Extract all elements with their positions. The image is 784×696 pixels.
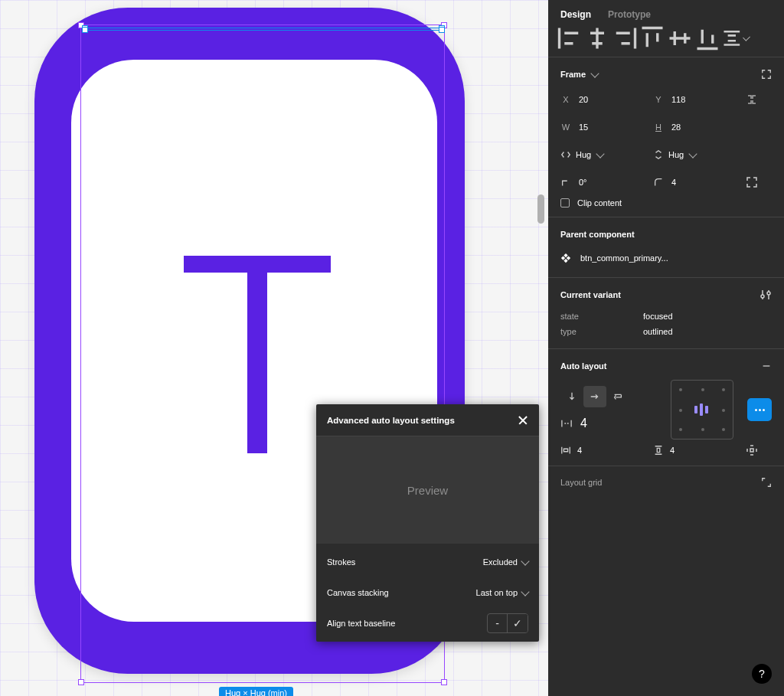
remove-autolayout-icon[interactable] bbox=[761, 361, 772, 371]
resize-handle-br[interactable] bbox=[439, 27, 445, 33]
autolayout-more-button[interactable] bbox=[747, 398, 772, 421]
baseline-toggle[interactable]: - ✓ bbox=[487, 613, 528, 633]
frame-target-icon[interactable] bbox=[746, 88, 772, 111]
x-field[interactable]: X20 bbox=[560, 88, 645, 111]
layout-grid-title: Layout grid bbox=[560, 478, 602, 487]
align-bottom-icon[interactable] bbox=[694, 29, 721, 47]
height-sizing[interactable]: Hug bbox=[653, 143, 738, 166]
chevron-down-icon bbox=[689, 149, 697, 158]
strokes-value: Excluded bbox=[483, 557, 518, 567]
popup-title: Advanced auto layout settings bbox=[327, 416, 455, 425]
variant-section: Current variant statefocused typeoutline… bbox=[548, 278, 784, 349]
variant-title: Current variant bbox=[560, 290, 621, 299]
corner-radius-field[interactable]: 4 bbox=[653, 171, 738, 194]
component-icon bbox=[560, 253, 571, 263]
alignment-toolbar bbox=[548, 23, 784, 57]
popup-preview: Preview bbox=[316, 436, 539, 544]
design-panel: Design Prototype Frame X20 Y118 W15 H28 bbox=[548, 0, 784, 696]
distribute-icon[interactable] bbox=[721, 29, 749, 47]
parent-component-link[interactable]: btn_common_primary... bbox=[560, 248, 772, 268]
resize-handle-bl[interactable] bbox=[82, 27, 88, 33]
parent-title: Parent component bbox=[560, 230, 635, 239]
height-field[interactable]: H28 bbox=[653, 116, 738, 139]
advanced-autolayout-popup: Advanced auto layout settings Preview St… bbox=[316, 404, 539, 642]
alignment-grid[interactable] bbox=[671, 380, 733, 439]
variant-type[interactable]: typeoutlined bbox=[560, 324, 772, 339]
resize-to-fit-icon[interactable] bbox=[761, 69, 772, 80]
stacking-label: Canvas stacking bbox=[327, 588, 389, 597]
align-top-icon[interactable] bbox=[639, 29, 666, 47]
canvas-scrollbar-thumb[interactable] bbox=[537, 194, 544, 224]
baseline-off[interactable]: - bbox=[488, 614, 508, 632]
variant-state[interactable]: statefocused bbox=[560, 309, 772, 324]
y-field[interactable]: Y118 bbox=[653, 88, 738, 111]
svg-point-0 bbox=[761, 295, 764, 298]
independent-corners-icon[interactable] bbox=[746, 171, 772, 194]
selection-box[interactable] bbox=[84, 28, 443, 31]
chevron-down-icon bbox=[521, 557, 529, 565]
tab-prototype[interactable]: Prototype bbox=[608, 9, 651, 20]
gap-field[interactable]: 4 bbox=[560, 413, 632, 433]
padding-horizontal-field[interactable]: 4 bbox=[560, 445, 647, 456]
frame-title[interactable]: Frame bbox=[560, 70, 586, 79]
chevron-down-icon[interactable] bbox=[590, 69, 599, 77]
chevron-down-icon bbox=[596, 149, 605, 158]
alignment-preview-icon bbox=[694, 404, 708, 416]
independent-padding-icon[interactable] bbox=[746, 444, 772, 456]
tab-design[interactable]: Design bbox=[560, 9, 591, 20]
selection-size-pill: Hug × Hug (min) bbox=[219, 687, 293, 696]
stacking-row[interactable]: Canvas stacking Last on top bbox=[327, 577, 528, 608]
align-left-icon[interactable] bbox=[556, 29, 583, 47]
baseline-on[interactable]: ✓ bbox=[508, 614, 528, 632]
parent-name: btn_common_primary... bbox=[580, 253, 668, 263]
clip-content-checkbox[interactable]: Clip content bbox=[560, 198, 772, 207]
width-sizing[interactable]: Hug bbox=[560, 143, 645, 166]
baseline-label: Align text baseline bbox=[327, 619, 395, 628]
panel-tabs: Design Prototype bbox=[548, 0, 784, 23]
layout-grid-section[interactable]: Layout grid bbox=[548, 466, 784, 498]
padding-vertical-field[interactable]: 4 bbox=[653, 445, 740, 456]
help-button[interactable]: ? bbox=[752, 664, 772, 684]
horizontal-icon[interactable] bbox=[583, 386, 606, 407]
autolayout-section: Auto layout 4 bbox=[548, 349, 784, 466]
sliders-icon[interactable] bbox=[760, 289, 772, 301]
chevron-down-icon bbox=[521, 587, 529, 596]
align-hcenter-icon[interactable] bbox=[583, 29, 611, 47]
expand-icon[interactable] bbox=[761, 477, 772, 488]
direction-toggle[interactable] bbox=[560, 386, 632, 407]
baseline-row: Align text baseline - ✓ bbox=[327, 608, 528, 639]
checkbox-icon bbox=[560, 198, 570, 207]
vertical-icon[interactable] bbox=[560, 386, 583, 407]
wrap-icon[interactable] bbox=[606, 386, 629, 407]
strokes-row[interactable]: Strokes Excluded bbox=[327, 547, 528, 577]
autolayout-title: Auto layout bbox=[560, 361, 607, 371]
svg-point-1 bbox=[767, 292, 770, 295]
align-right-icon[interactable] bbox=[611, 29, 639, 47]
strokes-label: Strokes bbox=[327, 557, 355, 567]
stacking-value: Last on top bbox=[476, 588, 518, 597]
parent-component-section: Parent component btn_common_primary... bbox=[548, 217, 784, 278]
rotation-field[interactable]: 0° bbox=[560, 171, 645, 194]
align-vcenter-icon[interactable] bbox=[666, 29, 694, 47]
width-field[interactable]: W15 bbox=[560, 116, 645, 139]
clip-label: Clip content bbox=[577, 198, 622, 207]
close-icon[interactable] bbox=[518, 415, 528, 426]
frame-section: Frame X20 Y118 W15 H28 Hug Hug bbox=[548, 57, 784, 217]
